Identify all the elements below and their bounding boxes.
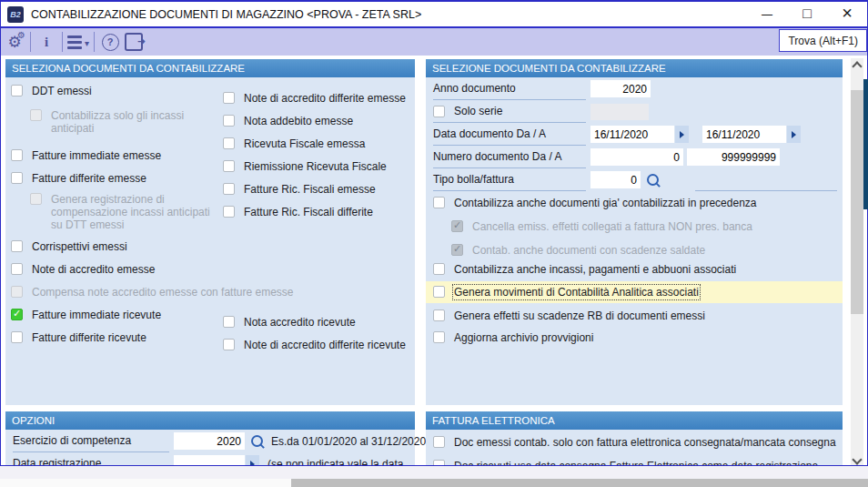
checkbox[interactable] (433, 263, 445, 275)
menu-list-icon[interactable] (66, 30, 90, 54)
scroll-up-icon[interactable] (851, 58, 863, 72)
find-button[interactable]: Trova (Alt+F1) (779, 29, 867, 52)
checkbox[interactable] (433, 436, 445, 448)
toolbar: Trova (Alt+F1) (1, 26, 867, 56)
checkbox (451, 220, 463, 232)
checkbox[interactable] (11, 263, 23, 275)
checkbox[interactable] (11, 309, 23, 320)
checkbox[interactable] (223, 160, 235, 172)
hamburger-icon (67, 36, 82, 49)
minimize-icon[interactable] (747, 2, 787, 26)
field-label: Numero documento Da / A (433, 146, 586, 168)
checkbox[interactable] (11, 331, 23, 343)
maximize-icon[interactable] (787, 2, 827, 26)
field-row-data-documento: Data documento Da / A (426, 123, 843, 146)
anno-documento-input[interactable] (590, 80, 651, 97)
checkbox-label: Contab. anche documenti con scadenze sal… (472, 244, 705, 257)
checkbox-label: Contabilizza anche incassi, pagamenti e … (454, 263, 736, 276)
checkbox-label: Note di accredito differite ricevute (244, 339, 406, 351)
checkbox-label: Aggiorna archivio provvigioni (454, 331, 593, 344)
checkbox[interactable] (433, 286, 445, 298)
checkbox[interactable] (223, 92, 235, 104)
data-a-input[interactable] (702, 126, 786, 143)
serie-input-disabled (590, 104, 649, 120)
toolbar-divider (94, 32, 95, 52)
calendar-arrow-icon[interactable] (787, 126, 801, 143)
numero-da-input[interactable] (590, 148, 683, 166)
checkbox-label: Doc emessi contab. solo con fattura elet… (454, 436, 836, 449)
data-da-input[interactable] (590, 126, 674, 143)
checkbox[interactable] (11, 85, 23, 96)
exit-icon[interactable] (122, 30, 146, 54)
panel-header: SELEZIONA DOCUMENTI DA CONTABILIZZARE (5, 59, 415, 77)
checkbox[interactable] (223, 316, 235, 328)
search-icon[interactable] (251, 435, 263, 447)
toolbar-divider (30, 32, 31, 52)
checkbox[interactable] (223, 137, 235, 149)
vertical-scrollbar[interactable] (851, 58, 863, 466)
field-label: Data registrazione (13, 452, 169, 466)
checkbox[interactable] (11, 149, 23, 161)
numero-a-input[interactable] (687, 148, 780, 166)
checkbox-row-ricevuta-fiscale: Ricevuta Fiscale emessa (217, 137, 414, 150)
checkbox-row-note-accr-diff-emesse: Note di accredito differite emesse (217, 92, 414, 105)
field-row-data-registrazione: Data registrazione (se non indicata vale… (5, 452, 415, 466)
tipo-bolla-input[interactable] (590, 171, 641, 188)
checkbox-label: Contabilizza solo gli incassi anticipati (51, 109, 189, 135)
search-icon[interactable] (647, 174, 659, 186)
checkbox (30, 193, 42, 205)
checkbox[interactable] (11, 172, 23, 184)
checkbox (11, 286, 23, 298)
checkbox-label: DDT emessi (32, 85, 92, 97)
scrollbar-thumb[interactable] (851, 90, 863, 314)
checkbox-label: Genera registrazione di compensazione in… (51, 193, 215, 231)
desktop-strip (0, 466, 868, 487)
scroll-down-icon[interactable] (851, 454, 863, 466)
checkbox[interactable] (433, 460, 445, 466)
field-row-esercizio: Esercizio di competenza Es.da 01/01/2020… (5, 430, 415, 452)
window-content: SELEZIONA DOCUMENTI DA CONTABILIZZARE DD… (1, 56, 867, 466)
checkbox (451, 244, 463, 256)
checkbox-row-aggiorna-provvigioni: Aggiorna archivio provvigioni (426, 331, 843, 344)
data-registrazione-input[interactable] (174, 455, 245, 466)
checkbox-row-nota-accredito-ricevute: Nota accredito ricevute (217, 316, 414, 329)
panel-header: FATTURA ELETTRONICA (426, 411, 843, 430)
checkbox[interactable] (11, 240, 23, 252)
checkbox-row-doc-emessi-fe: Doc emessi contab. solo con fattura elet… (426, 436, 843, 449)
field-row-tipo-bolla: Tipo bolla/fattura (426, 168, 843, 191)
help-icon[interactable] (98, 30, 122, 54)
checkbox-label: Note di accredito emesse (32, 263, 155, 276)
checkbox-row-contab-scadenze-saldate: Contab. anche documenti con scadenze sal… (426, 244, 843, 257)
app-icon-label: B2 (10, 10, 21, 19)
esercizio-input[interactable] (174, 432, 245, 450)
close-icon[interactable] (827, 2, 867, 26)
checkbox[interactable] (223, 339, 235, 350)
checkbox-row-riemissione-ricevuta: Riemissione Ricevuta Fiscale (217, 160, 414, 173)
info-icon[interactable] (35, 30, 58, 54)
background-window-edge (863, 79, 868, 209)
checkbox-row-contabilizza-precedenza: Contabilizza anche documenti gia' contab… (426, 197, 843, 209)
calendar-arrow-icon[interactable] (246, 455, 259, 466)
seleziona-right-column: Note di accredito differite emesse Nota … (217, 85, 414, 351)
checkbox-label: Contabilizza anche documenti gia' contab… (454, 197, 757, 209)
checkbox[interactable] (433, 331, 445, 343)
toolbar-divider (62, 32, 63, 52)
desktop-strip-left (0, 479, 291, 487)
checkbox-row-doc-ricevuti-fe: Doc ricevuti usa data consegna Fattura E… (426, 460, 843, 466)
checkbox-label: Fatture Ric. Fiscali emesse (244, 183, 376, 196)
checkbox[interactable] (433, 197, 445, 208)
field-label: Esercizio di competenza (13, 430, 169, 452)
checkbox[interactable] (223, 183, 235, 195)
checkbox-label: Fatture immediate ricevute (32, 309, 161, 321)
panel-header: SELEZIONE DOCUMENTI DA CONTABILIZZARE (426, 59, 843, 77)
solo-serie-checkbox[interactable] (433, 106, 445, 117)
calendar-arrow-icon[interactable] (675, 126, 689, 143)
checkbox[interactable] (223, 206, 235, 218)
checkbox[interactable] (433, 309, 445, 321)
checkbox[interactable] (223, 115, 235, 127)
checkbox-label: Riemissione Ricevuta Fiscale (244, 160, 387, 173)
field-underline (695, 168, 837, 191)
checkbox-label: Cancella emiss. effetti collegati a fatt… (472, 220, 752, 233)
settings-gear-icon[interactable] (3, 30, 26, 54)
checkbox-row-nota-addebito-emesse: Nota addebito emesse (217, 115, 414, 127)
